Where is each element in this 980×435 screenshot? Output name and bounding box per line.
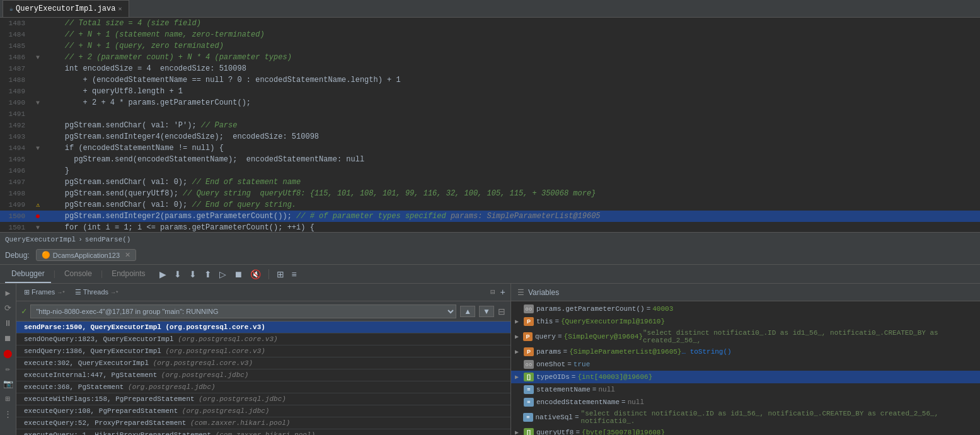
var-type-icon: P [524,317,534,326]
layout-side-icon[interactable]: ⊞ [1,392,15,406]
stack-frame-item[interactable]: execute:368, PgStatement (org.postgresql… [16,381,510,393]
stack-frame-item[interactable]: executeInternal:447, PgStatement (org.po… [16,369,510,381]
thread-nav-down[interactable]: ▼ [479,306,494,317]
var-type-icon: = [524,398,534,407]
fold-arrow[interactable]: ▼ [36,145,40,152]
stack-frame-item[interactable]: executeQuery:52, ProxyPreparedStatement … [16,417,510,429]
file-tab[interactable]: ☕ QueryExecutorImpl.java ✕ [3,0,129,17]
code-line: 1487 int encodedSize = 4 encodedSize: 51… [0,63,980,74]
var-value-link[interactable]: … toString() [681,348,731,356]
stack-frame-item[interactable]: executeQuery:-1, HikariProxyPreparedStat… [16,429,510,435]
resume-side-icon[interactable]: ▶ [1,286,15,300]
tab-endpoints[interactable]: Endpoints [105,265,151,283]
tab-close-button[interactable]: ✕ [118,5,122,13]
var-equals: = [647,305,651,313]
breadcrumb: QueryExecutorImpl › sendParse() [0,232,980,246]
var-value: true [574,361,590,368]
var-value: {QueryExecutorImpl@19610} [561,318,665,325]
step-over-button[interactable]: ⬇ [171,268,184,281]
pause-side-icon[interactable]: ⏸ [1,316,15,330]
frames-label: ⊞ Frames [24,288,55,296]
variable-item[interactable]: =statementName=null [511,383,980,396]
stack-frames: sendParse:1500, QueryExecutorImpl (org.p… [16,322,510,435]
code-content: // + 2 (parameter count) + N * 4 (parame… [44,53,980,62]
line-number: 1498 [0,190,32,197]
variable-item[interactable]: =encodedStatementName=null [511,396,980,409]
line-number: 1488 [0,76,32,84]
var-equals: = [621,398,626,406]
var-type-icon: [] [524,428,534,435]
stack-frame-item[interactable]: executeQuery:108, PgPreparedStatement (o… [16,405,510,417]
code-content: pgStream.sendChar( val: 'P'); // Parse [44,121,980,130]
plus-icon[interactable]: + [500,287,505,298]
variable-item[interactable]: ▶Pthis={QueryExecutorImpl@19610} [511,315,980,328]
stack-frame-item[interactable]: executeWithFlags:158, PgPreparedStatemen… [16,393,510,405]
step-out-button[interactable]: ⬆ [202,268,214,281]
var-equals: = [555,318,559,325]
resume-button[interactable]: ▶ [157,268,169,281]
warning-dot: ⚠ [36,201,40,209]
var-name: query [535,333,556,340]
expand-arrow[interactable]: ▶ [515,348,524,356]
stack-frame-item[interactable]: sendOneQuery:1823, QueryExecutorImpl (or… [16,334,510,345]
filter-icon[interactable]: ⊟ [490,287,495,297]
java-icon: ☕ [9,5,13,13]
variable-item[interactable]: ▶[]typeOIDs={int[40003]@19606} [511,371,980,383]
thread-nav-up[interactable]: ▲ [460,306,475,317]
line-number: 1499 [0,201,32,209]
code-content: if (encodedStatementName != null) { [44,144,980,153]
edit-side-icon[interactable]: ✏ [1,362,15,376]
bottom-panel: ▶ ⟳ ⏸ ⏹ ⬤ ✏ 📷 ⊞ ⋮ ⊞ Frames →* ☰ Threads … [0,284,980,435]
variable-item[interactable]: ▶Pparams={SimpleParameterList@19605} … t… [511,345,980,358]
right-pane: ☰ Variables ○○params.getParameterCount()… [511,284,980,435]
var-name: typeOIDs [536,373,570,381]
line-gutter[interactable]: ▼ [32,145,44,152]
debug-side-icon[interactable]: ⬤ [1,347,15,361]
expand-arrow[interactable]: ▶ [515,318,524,325]
reload-side-icon[interactable]: ⟳ [1,301,15,315]
session-close-button[interactable]: ✕ [125,251,130,259]
code-line: 1496 } [0,165,980,177]
frames-button[interactable]: ⊞ [274,268,287,281]
frames-button[interactable]: ⊞ Frames →* [21,287,67,298]
stop-button[interactable]: ⏹ [231,268,245,281]
camera-side-icon[interactable]: 📷 [1,377,15,391]
var-equals: = [572,373,576,381]
threads-button[interactable]: ☰ Threads →* [72,287,121,298]
run-to-cursor-button[interactable]: ▷ [217,268,229,281]
stack-frame-item[interactable]: sendParse:1500, QueryExecutorImpl (org.p… [16,322,510,334]
stack-frame-item[interactable]: execute:302, QueryExecutorImpl (org.post… [16,357,510,369]
code-lines: 1483 // Total size = 4 (size field)1484 … [0,18,980,232]
line-gutter[interactable]: ⚠ [32,201,44,209]
mute-button[interactable]: 🔇 [248,268,263,281]
stack-frame-item[interactable]: sendQuery:1386, QueryExecutorImpl (org.p… [16,345,510,357]
line-gutter[interactable]: ▼ [32,224,44,231]
line-gutter[interactable]: ● [32,211,44,221]
thread-select-dropdown[interactable]: "http-nio-8080-exec-4"@17,187 in group "… [30,304,456,318]
settings-button[interactable]: ≡ [289,268,299,281]
dots-side-icon[interactable]: ⋮ [1,407,15,421]
variable-item[interactable]: ○○oneShot=true [511,358,980,371]
breakpoint-dot[interactable]: ● [35,211,40,221]
variable-item[interactable]: ▶[]queryUtf8={byte[350078]@19608} [511,426,980,435]
fold-arrow[interactable]: ▼ [36,100,40,107]
step-into-button[interactable]: ⬇ [187,268,199,281]
var-name: params.getParameterCount() [536,305,645,313]
line-gutter[interactable]: ▼ [32,100,44,107]
fold-arrow[interactable]: ▼ [36,54,40,61]
stop-side-icon[interactable]: ⏹ [1,332,15,345]
tab-console[interactable]: Console [58,265,98,283]
debug-session[interactable]: 🟠 DcamsApplication123 ✕ [36,249,136,261]
variable-item[interactable]: =nativeSql="select distinct notificati0_… [511,409,980,426]
variable-item[interactable]: ○○params.getParameterCount()=40003 [511,303,980,315]
expand-arrow[interactable]: ▶ [515,333,523,340]
line-number: 1501 [0,224,32,231]
expand-arrow[interactable]: ▶ [515,429,524,435]
fold-arrow[interactable]: ▼ [36,224,40,231]
thread-filter-button[interactable]: ⊟ [498,306,505,316]
tab-debugger[interactable]: Debugger [5,265,51,283]
var-type-icon: = [524,385,534,394]
variable-item[interactable]: ▶Pquery={SimpleQuery@19604} "select dist… [511,328,980,345]
line-gutter[interactable]: ▼ [32,54,44,61]
expand-arrow[interactable]: ▶ [515,373,524,381]
